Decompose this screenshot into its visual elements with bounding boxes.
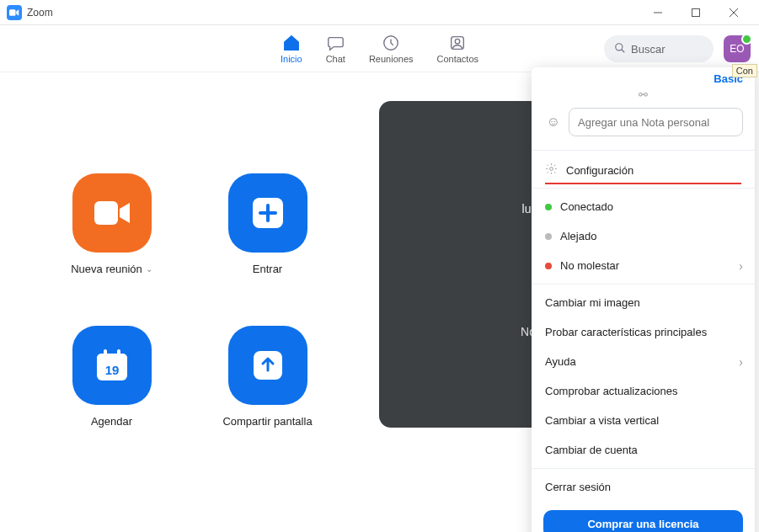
plus-icon [228, 173, 307, 253]
svg-rect-10 [94, 201, 118, 225]
nav-meetings[interactable]: Reuniones [369, 34, 414, 64]
window-controls [639, 0, 752, 25]
menu-label: Configuración [566, 164, 633, 177]
menu-portrait-view[interactable]: Cambiar a vista vertical [532, 406, 755, 435]
titlebar: Zoom [0, 0, 759, 25]
keep-open-icon[interactable]: ⚯ [532, 85, 755, 108]
join-tile[interactable]: Entrar [228, 173, 307, 275]
plan-badge: Basic [532, 67, 755, 85]
nav-chat[interactable]: Chat [326, 34, 345, 64]
tile-label: Agendar [91, 415, 132, 428]
menu-sign-out[interactable]: Cerrar sesión [532, 472, 755, 502]
tile-label: Compartir pantalla [222, 415, 312, 428]
chevron-right-icon: › [739, 259, 743, 273]
window-title: Zoom [27, 7, 53, 19]
gear-icon [545, 162, 558, 178]
menu-label: Cerrar sesión [545, 481, 611, 493]
new-meeting-tile[interactable]: Nueva reunión⌄ [71, 173, 152, 275]
nav-contacts[interactable]: Contactos [437, 34, 479, 64]
search-icon [614, 42, 626, 56]
search-placeholder: Buscar [631, 43, 665, 56]
buy-license-button[interactable]: Comprar una licencia [543, 510, 743, 532]
menu-settings[interactable]: Configuración [532, 154, 755, 186]
chevron-right-icon: › [739, 355, 743, 369]
contacts-icon [448, 34, 467, 52]
svg-line-9 [622, 49, 625, 52]
minimize-button[interactable] [639, 0, 676, 25]
menu-check-updates[interactable]: Comprobar actualizaciones [532, 376, 755, 406]
nav-label: Reuniones [369, 54, 414, 64]
svg-rect-17 [117, 349, 120, 358]
share-icon [228, 326, 307, 405]
svg-text:19: 19 [104, 363, 119, 377]
calendar-icon: 19 [72, 326, 152, 405]
menu-label: Comprobar actualizaciones [545, 385, 678, 397]
clock-icon [382, 34, 400, 52]
chevron-down-icon[interactable]: ⌄ [146, 264, 152, 274]
menu-label: Ayuda [545, 355, 576, 368]
tile-label: Entrar [253, 263, 282, 275]
schedule-tile[interactable]: 19 Agendar [72, 326, 152, 428]
personal-note-input[interactable] [569, 108, 743, 136]
menu-label: Probar características principales [545, 326, 707, 338]
menu-switch-account[interactable]: Cambiar de cuenta [532, 435, 755, 465]
status-dnd[interactable]: No molestar › [532, 251, 755, 280]
svg-point-8 [616, 43, 623, 50]
emoji-icon[interactable]: ☺ [543, 108, 564, 136]
menu-label: Alejado [560, 230, 596, 242]
nav-label: Contactos [437, 54, 479, 64]
tooltip: Con [732, 64, 757, 77]
nav-home[interactable]: Inicio [281, 34, 302, 64]
home-tiles: Nueva reunión⌄ Entrar 19 [0, 72, 379, 532]
profile-menu: Basic ⚯ ☺ Configuración Conectado Alejad… [532, 67, 755, 532]
svg-point-7 [456, 39, 461, 44]
tile-label: Nueva reunión [71, 263, 142, 275]
menu-try-features[interactable]: Probar características principales [532, 317, 755, 347]
search-input[interactable]: Buscar [604, 35, 714, 62]
nav-label: Inicio [281, 54, 302, 64]
status-available[interactable]: Conectado [532, 192, 755, 221]
share-screen-tile[interactable]: Compartir pantalla [222, 326, 312, 428]
home-icon [282, 34, 301, 52]
nav-label: Chat [326, 54, 345, 64]
zoom-app-icon [7, 5, 22, 20]
status-dot-green [545, 204, 552, 210]
status-dot-grey [545, 233, 552, 240]
menu-change-picture[interactable]: Cambiar mi imagen [532, 288, 755, 317]
maximize-button[interactable] [676, 0, 714, 25]
svg-point-20 [550, 168, 553, 171]
status-away[interactable]: Alejado [532, 221, 755, 251]
profile-avatar[interactable]: EO [724, 35, 751, 62]
chat-icon [326, 34, 345, 52]
menu-label: Conectado [560, 200, 613, 213]
menu-label: Cambiar de cuenta [545, 444, 638, 456]
menu-label: No molestar [560, 259, 619, 272]
svg-rect-0 [9, 9, 16, 16]
status-dot-red [545, 263, 552, 269]
menu-label: Cambiar a vista vertical [545, 414, 659, 427]
close-button[interactable] [714, 0, 752, 25]
svg-rect-2 [692, 8, 699, 16]
menu-label: Cambiar mi imagen [545, 296, 640, 309]
top-nav: Inicio Chat Reuniones Contactos Buscar E… [0, 25, 759, 72]
menu-help[interactable]: Ayuda› [532, 347, 755, 376]
svg-rect-15 [97, 354, 127, 362]
video-icon [72, 173, 152, 253]
svg-rect-16 [104, 349, 107, 358]
